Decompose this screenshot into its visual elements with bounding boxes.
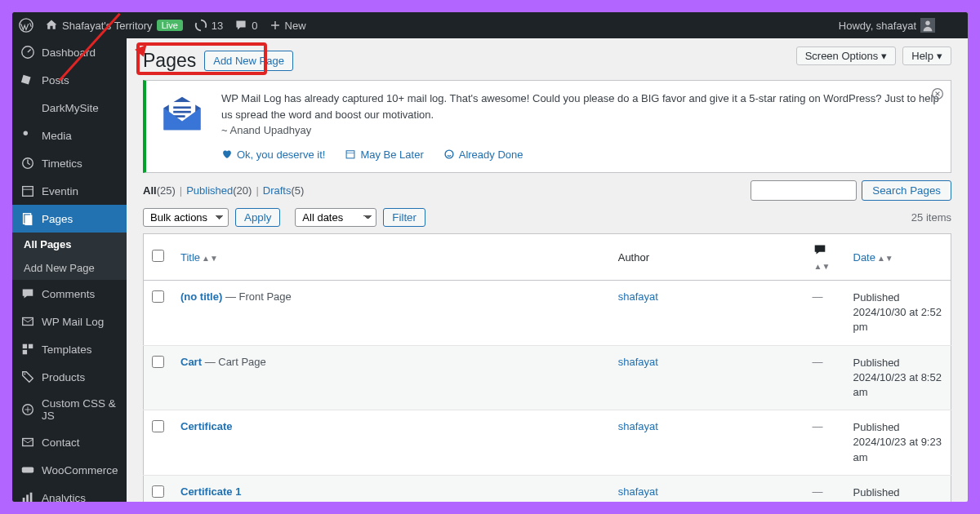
col-comments[interactable]: ▲▼	[804, 234, 845, 281]
row-title-link[interactable]: (no title)	[180, 290, 222, 303]
filter-published[interactable]: Published	[186, 184, 233, 197]
select-all-checkbox[interactable]	[152, 250, 164, 262]
svg-rect-10	[23, 344, 27, 348]
dark-mode-icon[interactable]	[947, 18, 961, 33]
row-suffix: — Cart Page	[202, 356, 266, 368]
new-link[interactable]: New	[270, 20, 306, 32]
admin-bar: Shafayat's Territory Live 13 0 New Howdy…	[12, 12, 968, 38]
row-author-link[interactable]: shafayat	[618, 356, 658, 368]
updates-link[interactable]: 13	[194, 19, 223, 32]
row-title-link[interactable]: Certificate	[180, 420, 233, 432]
main-content: Screen Options ▾ Help ▾ Pages Add New Pa…	[127, 38, 968, 502]
row-title-link[interactable]: Certificate 1	[180, 485, 241, 498]
sidebar-item-customcss[interactable]: Custom CSS & JS	[12, 391, 127, 428]
apply-button[interactable]: Apply	[235, 208, 280, 227]
comments-link[interactable]: 0	[234, 19, 257, 32]
row-suffix: — Front Page	[222, 290, 292, 303]
avatar-icon	[920, 18, 935, 33]
col-title[interactable]: Title▲▼	[172, 234, 610, 281]
table-row: Certificate shafayat — Published2024/10/…	[144, 410, 951, 476]
sidebar-item-eventin[interactable]: Eventin	[12, 177, 127, 205]
sidebar-item-timetics[interactable]: Timetics	[12, 149, 127, 177]
page-title: Pages	[143, 50, 196, 72]
col-date[interactable]: Date▲▼	[845, 234, 951, 281]
filter-drafts[interactable]: Drafts	[263, 184, 292, 197]
row-comments: —	[813, 485, 823, 498]
mail-icon	[158, 91, 207, 135]
new-label: New	[285, 20, 306, 32]
sort-icon: ▲▼	[877, 254, 893, 263]
sidebar-item-dashboard[interactable]: Dashboard	[12, 38, 127, 66]
filter-button[interactable]: Filter	[383, 208, 425, 227]
row-author-link[interactable]: shafayat	[618, 290, 658, 303]
sidebar-item-products[interactable]: Products	[12, 363, 127, 391]
sort-icon: ▲▼	[814, 262, 831, 271]
sidebar-item-woocommerce[interactable]: WooCommerce	[12, 456, 127, 484]
svg-point-4	[24, 131, 28, 135]
dismiss-icon[interactable]	[931, 87, 944, 103]
live-badge: Live	[157, 20, 183, 31]
table-row: (no title) — Front Page shafayat — Publi…	[144, 281, 951, 346]
site-link[interactable]: Shafayat's Territory Live	[45, 19, 183, 32]
updates-count: 13	[212, 20, 223, 32]
sidebar-item-darkmysite[interactable]: DarkMySite	[12, 94, 127, 122]
sidebar-item-comments[interactable]: Comments	[12, 280, 127, 308]
search-button[interactable]: Search Pages	[862, 180, 951, 201]
row-checkbox[interactable]	[152, 356, 164, 368]
add-new-page-button[interactable]: Add New Page	[204, 51, 293, 71]
sort-icon: ▲▼	[202, 254, 218, 263]
notice-author: ~ Anand Upadhyay	[221, 122, 939, 139]
plugin-notice: WP Mail Log has already captured 10+ mai…	[143, 80, 951, 173]
sidebar-item-analytics[interactable]: Analytics	[12, 484, 127, 502]
sidebar-item-contact[interactable]: Contact	[12, 428, 127, 456]
row-status: Published	[853, 356, 943, 370]
svg-rect-16	[22, 467, 33, 472]
row-checkbox[interactable]	[152, 420, 164, 432]
row-author-link[interactable]: shafayat	[618, 420, 658, 432]
sidebar-item-wpmaillog[interactable]: WP Mail Log	[12, 308, 127, 335]
row-status: Published	[853, 420, 943, 435]
sidebar-item-media[interactable]: Media	[12, 122, 127, 149]
howdy-text: Howdy, shafayat	[839, 20, 916, 32]
row-comments: —	[813, 290, 823, 303]
date-filter-select[interactable]: All dates	[295, 208, 376, 227]
svg-rect-29	[346, 151, 354, 158]
howdy-link[interactable]: Howdy, shafayat	[839, 18, 935, 33]
row-comments: —	[813, 356, 823, 368]
svg-rect-27	[173, 110, 191, 113]
search-input[interactable]	[751, 180, 857, 201]
submenu-all-pages[interactable]: All Pages	[12, 233, 127, 256]
svg-point-30	[445, 150, 453, 158]
notice-link-later[interactable]: May Be Later	[345, 147, 423, 163]
filter-all[interactable]: All	[143, 184, 157, 197]
row-checkbox[interactable]	[152, 485, 164, 498]
item-count: 25 items	[911, 211, 951, 224]
sidebar-item-pages[interactable]: Pages	[12, 205, 127, 233]
row-checkbox[interactable]	[152, 290, 164, 303]
wp-logo-icon[interactable]	[19, 18, 33, 33]
svg-rect-26	[173, 106, 191, 109]
row-date: 2024/10/23 at 8:52 am	[853, 370, 943, 400]
svg-rect-11	[29, 344, 33, 348]
table-row: Certificate 1 shafayat — Published2024/1…	[144, 475, 951, 502]
sidebar-submenu: All Pages Add New Page	[12, 233, 127, 280]
notice-link-ok[interactable]: Ok, you deserve it!	[221, 147, 325, 163]
svg-rect-17	[23, 498, 25, 502]
row-date: 2024/10/23 at 9:23 am	[853, 435, 943, 464]
table-row: Cart — Cart Page shafayat — Published202…	[144, 345, 951, 410]
site-name: Shafayat's Territory	[62, 20, 153, 32]
row-author-link[interactable]: shafayat	[618, 485, 658, 498]
notice-link-done[interactable]: Already Done	[443, 147, 523, 163]
row-date: 2024/10/24 at 3:34 pm	[853, 500, 943, 502]
sidebar-item-templates[interactable]: Templates	[12, 335, 127, 363]
svg-point-13	[24, 374, 26, 375]
heart-icon	[221, 148, 233, 160]
svg-rect-19	[30, 493, 33, 502]
sidebar-item-posts[interactable]: Posts	[12, 66, 127, 94]
submenu-add-new[interactable]: Add New Page	[12, 256, 127, 280]
bulk-actions-select[interactable]: Bulk actions	[143, 208, 229, 227]
row-title-link[interactable]: Cart	[180, 356, 202, 368]
svg-rect-18	[26, 494, 29, 502]
svg-rect-12	[23, 350, 27, 354]
comments-count: 0	[252, 20, 257, 32]
